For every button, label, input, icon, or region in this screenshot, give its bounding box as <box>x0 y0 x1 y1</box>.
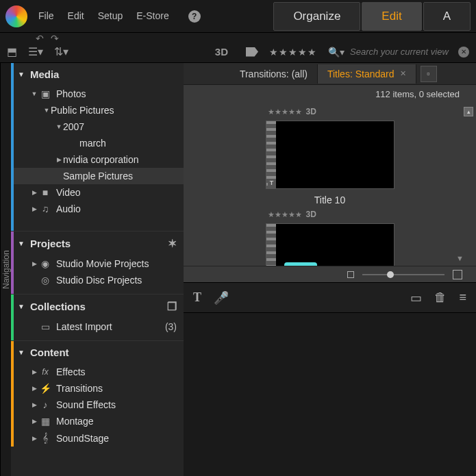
tree-public-pictures[interactable]: ▼Public Pictures <box>11 102 184 118</box>
trash-icon[interactable]: 🗑 <box>434 290 447 305</box>
menu-file[interactable]: File <box>38 10 54 23</box>
star-rating[interactable]: ★★★★★ <box>268 210 302 219</box>
section-content[interactable]: ▼ Content <box>11 341 184 364</box>
section-media[interactable]: ▼ Media <box>11 63 184 86</box>
import-icon[interactable]: ⬒ <box>7 45 17 58</box>
item-title: Title 10 <box>314 195 345 205</box>
tree-sound-effects[interactable]: ▶♪Sound Effects <box>11 397 184 413</box>
tree-audio[interactable]: ▶♫Audio <box>11 201 184 217</box>
undo-icon[interactable]: ↶ <box>36 33 44 44</box>
filmstrip-icon <box>266 224 276 266</box>
search-icon[interactable]: 🔍▾ <box>328 47 345 58</box>
rating-filter[interactable]: ★★★★★ <box>269 47 317 58</box>
help-icon[interactable]: ? <box>188 10 201 23</box>
tree-transitions[interactable]: ▶⚡Transitions <box>11 380 184 397</box>
tab-transitions[interactable]: Transitions: (all) <box>230 64 318 84</box>
caret-down-icon: ▼ <box>18 349 25 356</box>
status-text: 112 items, 0 selected <box>184 85 476 103</box>
thumbnail[interactable]: T <box>266 121 394 189</box>
folder-icon: ▭ <box>38 321 52 332</box>
fx-icon: fx <box>38 367 52 377</box>
treble-icon: 𝄞 <box>38 432 52 444</box>
thumb-large-icon[interactable] <box>453 270 462 279</box>
navigation-label: Navigation <box>0 63 11 476</box>
tree-latest-import[interactable]: ▭Latest Import(3) <box>11 318 184 335</box>
tree-sample-pictures[interactable]: Sample Pictures <box>11 168 184 184</box>
caret-down-icon: ▼ <box>18 240 25 247</box>
close-tab-icon[interactable]: ✕ <box>400 69 406 78</box>
sort-icon[interactable]: ⇅▾ <box>54 45 68 58</box>
add-tab-button[interactable]: ▫ <box>421 66 437 82</box>
tree-video[interactable]: ▶■Video <box>11 184 184 201</box>
mic-tool-icon[interactable]: 🎤 <box>214 290 229 305</box>
menu-setup[interactable]: Setup <box>98 10 123 23</box>
tree-montage[interactable]: ▶▦Montage <box>11 413 184 429</box>
video-icon: ■ <box>38 187 52 198</box>
music-icon: ♫ <box>38 203 52 214</box>
scroll-top-icon[interactable]: ▴ <box>464 107 473 116</box>
tree-march[interactable]: march <box>11 135 184 151</box>
clear-search-icon[interactable]: ✕ <box>458 47 469 58</box>
app-logo[interactable] <box>5 5 27 27</box>
mode-author[interactable]: A <box>423 2 471 31</box>
tree-2007[interactable]: ▼2007 <box>11 118 184 135</box>
tab-titles[interactable]: Titles: Standard✕ <box>318 64 416 84</box>
tag-icon[interactable] <box>246 47 258 57</box>
3d-toggle[interactable]: 3D <box>215 46 228 58</box>
thumb-size-slider[interactable] <box>362 274 444 275</box>
reel-icon[interactable]: ✶ <box>168 237 177 250</box>
content-area: march Transitions: (all) Titles: Standar… <box>184 63 476 476</box>
section-collections[interactable]: ▼ Collections ❐ <box>11 295 184 318</box>
menu-edit[interactable]: Edit <box>68 10 84 23</box>
menu-estore[interactable]: E-Store <box>136 10 168 23</box>
redo-icon[interactable]: ↷ <box>51 33 59 44</box>
thumbnail[interactable]: T <box>266 223 394 266</box>
more-tool-icon[interactable]: ≡ <box>459 290 466 305</box>
thumb-small-icon[interactable] <box>347 271 354 278</box>
list-icon[interactable]: ☰▾ <box>28 45 43 58</box>
grid-icon: ▦ <box>38 416 52 427</box>
search-input[interactable] <box>350 47 453 57</box>
timeline-area[interactable] <box>184 312 476 476</box>
tree-soundstage[interactable]: ▶𝄞SoundStage <box>11 429 184 447</box>
tree-effects[interactable]: ▶fxEffects <box>11 364 184 380</box>
browser-item[interactable]: ★★★★★3D T Title 10 <box>184 107 476 205</box>
reel-icon: ◉ <box>38 258 52 269</box>
tree-disc-projects[interactable]: ◎Studio Disc Projects <box>11 272 184 288</box>
collapse-arrow-icon[interactable]: ▼ <box>456 254 464 262</box>
save-tool-icon[interactable]: ▭ <box>410 290 422 305</box>
sidebar: ▼ Media ▼▣Photos ▼Public Pictures ▼2007 … <box>11 63 184 476</box>
star-rating[interactable]: ★★★★★ <box>268 108 302 116</box>
mode-organize[interactable]: Organize <box>273 2 360 31</box>
tree-nvidia[interactable]: ▶nvidia corporation <box>11 151 184 168</box>
browser-item[interactable]: ★★★★★3D T Title Animal 04 <box>184 210 476 266</box>
camera-icon: ▣ <box>38 88 52 99</box>
caret-down-icon: ▼ <box>18 303 25 310</box>
stack-icon[interactable]: ❐ <box>167 300 177 313</box>
title-badge-icon: T <box>268 179 276 187</box>
mode-edit[interactable]: Edit <box>362 2 421 31</box>
caret-down-icon: ▼ <box>18 71 25 78</box>
disc-icon: ◎ <box>38 275 52 286</box>
section-projects[interactable]: ▼ Projects ✶ <box>11 231 184 255</box>
tree-movie-projects[interactable]: ▶◉Studio Movie Projects <box>11 255 184 272</box>
tree-photos[interactable]: ▼▣Photos <box>11 86 184 102</box>
bolt-icon: ⚡ <box>38 383 52 394</box>
note-icon: ♪ <box>38 399 52 410</box>
text-tool-icon[interactable]: T <box>193 290 201 305</box>
